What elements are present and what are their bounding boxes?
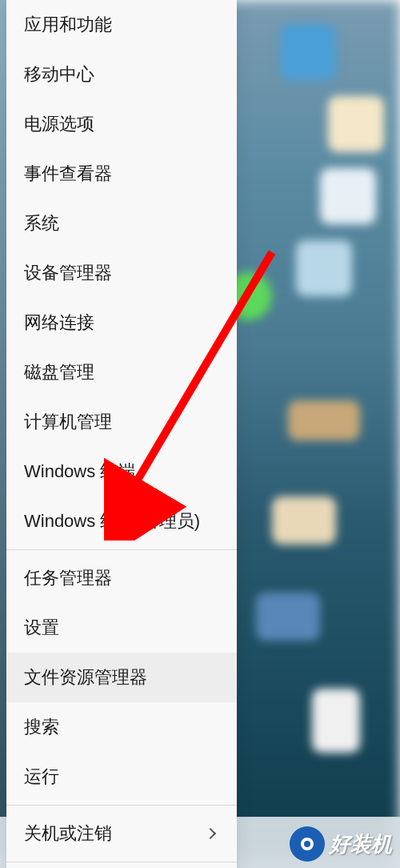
menu-divider	[6, 862, 237, 862]
menu-item-7[interactable]: 磁盘管理	[6, 348, 237, 397]
menu-item-label: 文件资源管理器	[24, 665, 147, 689]
menu-item-label: 网络连接	[24, 311, 94, 335]
menu-item-label: 电源选项	[24, 112, 94, 136]
menu-item-13[interactable]: 文件资源管理器	[6, 653, 237, 702]
menu-item-label: 计算机管理	[24, 410, 112, 434]
menu-item-12[interactable]: 设置	[6, 603, 237, 653]
menu-item-label: Windows 终端	[24, 460, 135, 484]
menu-item-label: 任务管理器	[24, 566, 112, 590]
menu-item-label: 设置	[24, 616, 59, 640]
menu-item-label: Windows 终端(管理员)	[24, 509, 200, 533]
watermark-text: 好装机	[330, 830, 392, 858]
menu-item-label: 搜索	[24, 715, 59, 739]
menu-item-5[interactable]: 设备管理器	[6, 248, 237, 298]
menu-item-8[interactable]: 计算机管理	[6, 397, 237, 447]
menu-item-label: 磁盘管理	[24, 360, 94, 384]
menu-item-label: 设备管理器	[24, 261, 112, 285]
menu-item-label: 运行	[24, 765, 59, 789]
menu-item-1[interactable]: 移动中心	[6, 50, 237, 99]
menu-divider	[6, 805, 237, 806]
menu-item-label: 关机或注销	[24, 822, 112, 846]
menu-divider	[6, 549, 237, 550]
menu-item-label: 应用和功能	[24, 13, 112, 37]
watermark: 好装机	[290, 826, 392, 862]
menu-item-2[interactable]: 电源选项	[6, 99, 237, 149]
menu-item-9[interactable]: Windows 终端	[6, 447, 237, 496]
watermark-logo-icon	[290, 826, 325, 862]
menu-item-15[interactable]: 运行	[6, 752, 237, 802]
menu-item-16[interactable]: 关机或注销	[6, 809, 237, 858]
menu-item-11[interactable]: 任务管理器	[6, 553, 237, 603]
menu-item-0[interactable]: 应用和功能	[6, 0, 237, 50]
menu-item-label: 事件查看器	[24, 162, 112, 186]
menu-item-4[interactable]: 系统	[6, 199, 237, 248]
menu-item-3[interactable]: 事件查看器	[6, 149, 237, 199]
menu-item-10[interactable]: Windows 终端(管理员)	[6, 496, 237, 546]
menu-item-label: 系统	[24, 211, 59, 235]
menu-item-label: 移动中心	[24, 62, 94, 86]
winx-context-menu[interactable]: 应用和功能移动中心电源选项事件查看器系统设备管理器网络连接磁盘管理计算机管理Wi…	[6, 0, 237, 868]
menu-item-14[interactable]: 搜索	[6, 702, 237, 752]
chevron-right-icon	[205, 828, 216, 839]
menu-item-6[interactable]: 网络连接	[6, 298, 237, 348]
